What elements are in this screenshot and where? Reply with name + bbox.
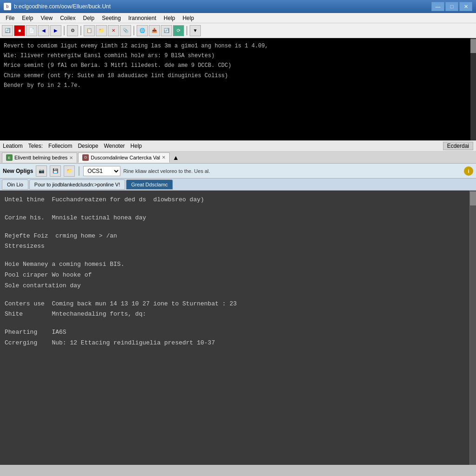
status-bar: Leatiom Teles: Folleciom Desiope Wenoter… (0, 140, 476, 152)
terminal-scrollbar[interactable] (470, 38, 476, 140)
menu-delp[interactable]: Delp (79, 14, 99, 22)
tb-btn-2[interactable]: ■ (14, 25, 25, 36)
tb-btn-4[interactable]: ◀ (38, 25, 49, 36)
sub-tab-2[interactable]: Pour to jiodblankedclusdn:>ponline V! (29, 179, 125, 190)
terminal-line-2: Wle: Iliveer rehtergitw Eansl comhinl ho… (4, 52, 472, 60)
main-line-4: Sttresizess (5, 242, 471, 251)
main-line-8: Conters use Coming back mun 14 13 10 27 … (5, 299, 471, 309)
options-text: Rine kliaw alect veloreo to the. Ues al. (123, 168, 461, 174)
menu-eelp[interactable]: Eelp (18, 14, 37, 22)
tb-btn-1[interactable]: 🔄 (2, 25, 13, 36)
options-label: New Opligs (3, 168, 33, 174)
main-line-7: Sole contartation day (5, 281, 471, 291)
menu-irannonient[interactable]: Irannonient (125, 14, 160, 22)
options-btn-3[interactable]: 📁 (64, 165, 75, 177)
maximize-button[interactable]: □ (445, 2, 458, 11)
tb-btn-9[interactable]: ✕ (108, 25, 119, 36)
tb-btn-3[interactable]: 📄 (26, 25, 37, 36)
title-bar-url: b:eclgoodhire.com/oow/Elluer/buck.Unt (14, 3, 111, 10)
main-line-9: Shite Mntechanedaling forts, dq: (5, 310, 471, 319)
main-line-1: Untel thine Fucchandreatzen for ded ds d… (5, 195, 471, 205)
options-sep (79, 166, 79, 176)
tb-btn-10[interactable]: 📎 (120, 25, 131, 36)
main-line-6: Pool ciraper Wo hooke of (5, 271, 471, 280)
tab-close-2[interactable]: ✕ (162, 155, 165, 160)
main-line-10: Phearting IA6S (5, 328, 471, 337)
main-blank-2 (5, 224, 471, 231)
tab-icon-2: D (82, 154, 89, 161)
status-teles[interactable]: Teles: (28, 143, 43, 149)
terminal-line-4: Chine senmer (ont fy: Suite an 18 adaudi… (4, 72, 472, 80)
tb-btn-15[interactable]: ▼ (190, 25, 201, 36)
status-help[interactable]: Help (131, 143, 142, 149)
content-area: Untel thine Fucchandreatzen for ded ds d… (0, 191, 476, 465)
tab-icon-1: E (6, 154, 13, 161)
main-blank-1 (5, 206, 471, 212)
tab-expand-icon[interactable]: ▲ (172, 154, 179, 161)
sub-tab-label-1: Oin Lio (7, 182, 23, 187)
close-button[interactable]: ✕ (459, 2, 472, 11)
tab-close-1[interactable]: ✕ (69, 155, 73, 160)
menu-bar: File Eelp View Coilex Delp Seeting Irann… (0, 13, 476, 23)
menu-help2[interactable]: Help (179, 14, 198, 22)
options-bar: New Opligs 📷 💾 📁 OCS1 Rine kliaw alect v… (0, 164, 476, 178)
ecderdai-button[interactable]: Ecderdai (443, 142, 473, 150)
main-line-5: Hoie Nemaney a coming homesi BIS. (5, 260, 471, 270)
scrollbar-thumb[interactable] (470, 39, 476, 53)
main-blank-3 (5, 252, 471, 259)
sub-tab-label-2: Pour to jiodblankedclusdn:>ponline V! (34, 182, 120, 187)
tb-btn-12[interactable]: 📥 (149, 25, 160, 36)
main-line-3: Rejefte Foiz crming home > /an (5, 231, 471, 241)
main-content: Untel thine Fucchandreatzen for ded ds d… (0, 191, 476, 465)
tb-btn-5[interactable]: ▶ (50, 25, 61, 36)
toolbar-separator-1 (64, 26, 65, 35)
status-leatiom[interactable]: Leatiom (3, 143, 23, 149)
options-select[interactable]: OCS1 (83, 166, 120, 176)
main-scrollbar[interactable] (469, 191, 476, 465)
tab-1[interactable]: E Eliventt belming bedres ✕ (2, 152, 77, 163)
status-folleciom[interactable]: Folleciom (48, 143, 72, 149)
tb-btn-7[interactable]: 📋 (84, 25, 95, 36)
minimize-button[interactable]: — (431, 2, 444, 11)
terminal-top: Revert to comiom ligut evemy limth 12 ac… (0, 38, 476, 140)
main-scrollbar-thumb[interactable] (470, 192, 476, 205)
sub-tab-bar: Oin Lio Pour to jiodblankedclusdn:>ponli… (0, 178, 476, 191)
main-blank-5 (5, 320, 471, 327)
tb-btn-11[interactable]: 🌐 (137, 25, 148, 36)
toolbar-separator-4 (186, 26, 187, 35)
tb-btn-13[interactable]: 🔃 (161, 25, 172, 36)
menu-help1[interactable]: Help (160, 14, 179, 22)
tb-btn-6[interactable]: ⚙ (67, 25, 78, 36)
status-bar-left: Leatiom Teles: Folleciom Desiope Wenoter… (3, 143, 142, 149)
terminal-line-3: Mrice semint (9 fAl on Beria. 3 Mitfl li… (4, 61, 472, 70)
options-btn-1[interactable]: 📷 (36, 165, 47, 177)
sub-tab-label-3: Great Ddsclamc (131, 182, 168, 187)
main-blank-4 (5, 292, 471, 298)
tab-2[interactable]: D Duscomdalinlew Cartercka Val ✕ (78, 152, 170, 163)
tab-label-1: Eliventt belming bedres (14, 155, 67, 160)
tab-label-2: Duscomdalinlew Cartercka Val (91, 155, 160, 160)
terminal-line-5: Bender by fo in 2 1.7e. (4, 81, 472, 90)
options-info-button[interactable]: i (464, 166, 473, 176)
menu-view[interactable]: View (37, 14, 56, 22)
main-line-2: Corine his. Mnnisle tuctinal honea day (5, 213, 471, 223)
menu-coilex[interactable]: Coilex (56, 14, 79, 22)
title-bar-controls[interactable]: — □ ✕ (431, 2, 472, 11)
title-bar: b b:eclgoodhire.com/oow/Elluer/buck.Unt … (0, 0, 476, 13)
toolbar: 🔄 ■ 📄 ◀ ▶ ⚙ 📋 📁 ✕ 📎 🌐 📥 🔃 ⟳ ▼ (0, 23, 476, 38)
options-btn-2[interactable]: 💾 (50, 165, 61, 177)
sub-tab-3[interactable]: Great Ddsclamc (126, 179, 173, 190)
terminal-line-1: Revert to comiom ligut evemy limth 12 ac… (4, 42, 472, 51)
status-wenoter[interactable]: Wenoter (104, 143, 125, 149)
toolbar-separator-2 (80, 26, 81, 35)
tb-btn-14[interactable]: ⟳ (173, 25, 184, 36)
menu-file[interactable]: File (2, 14, 18, 22)
title-bar-left: b b:eclgoodhire.com/oow/Elluer/buck.Unt (4, 3, 111, 10)
menu-seeting[interactable]: Seeting (98, 14, 125, 22)
main-line-11: Ccrerging Nub: 12 Ettacing reindliguelia… (5, 338, 471, 348)
tab-bar: E Eliventt belming bedres ✕ D Duscomdali… (0, 152, 476, 164)
status-desiope[interactable]: Desiope (78, 143, 98, 149)
sub-tab-1[interactable]: Oin Lio (2, 179, 28, 190)
tb-btn-8[interactable]: 📁 (96, 25, 107, 36)
toolbar-separator-3 (133, 26, 134, 35)
